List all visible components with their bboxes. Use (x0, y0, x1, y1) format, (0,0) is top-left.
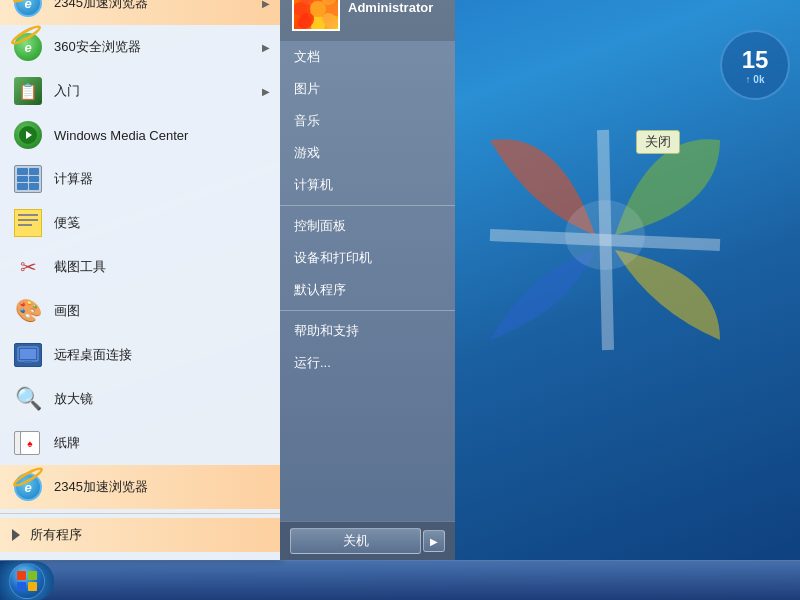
shutdown-arrow-icon: ▶ (430, 536, 438, 547)
start-menu: e 2345加速浏览器 ▶ e 360安全浏览器 ▶ 📋 入门 (0, 0, 455, 560)
menu-label: 远程桌面连接 (54, 346, 132, 364)
svg-rect-19 (28, 571, 37, 580)
scissors-icon: ✂ (12, 251, 44, 283)
arrow-icon: ▶ (262, 86, 270, 97)
wmc-icon (12, 119, 44, 151)
avatar-image (294, 0, 338, 29)
right-item-devices[interactable]: 设备和打印机 (280, 242, 455, 274)
right-item-defaults[interactable]: 默认程序 (280, 274, 455, 306)
svg-rect-7 (24, 361, 32, 363)
right-item-label: 帮助和支持 (294, 323, 359, 338)
menu-item-360browser[interactable]: e 360安全浏览器 ▶ (0, 25, 280, 69)
menu-label: 360安全浏览器 (54, 38, 141, 56)
right-item-docs[interactable]: 文档 (280, 41, 455, 73)
close-tooltip-label: 关闭 (645, 134, 671, 149)
svg-rect-21 (28, 582, 37, 591)
start-orb (9, 563, 45, 599)
username: Administrator (348, 0, 433, 15)
shutdown-button[interactable]: 关机 (290, 528, 421, 554)
menu-item-notepad[interactable]: 便笺 (0, 201, 280, 245)
ie-icon-active: e (12, 471, 44, 503)
right-item-help[interactable]: 帮助和支持 (280, 315, 455, 347)
menu-item-remote[interactable]: 远程桌面连接 (0, 333, 280, 377)
all-programs-label: 所有程序 (30, 526, 82, 544)
user-avatar[interactable] (292, 0, 340, 31)
right-item-label: 游戏 (294, 145, 320, 160)
right-item-pics[interactable]: 图片 (280, 73, 455, 105)
remote-icon (12, 339, 44, 371)
menu-label: Windows Media Center (54, 128, 188, 143)
shutdown-bar: 关机 ▶ (280, 521, 455, 560)
right-item-label: 运行... (294, 355, 331, 370)
svg-line-2 (603, 130, 608, 350)
close-tooltip[interactable]: 关闭 (636, 130, 680, 154)
menu-label: 入门 (54, 82, 80, 100)
right-divider-2 (280, 310, 455, 311)
right-item-label: 音乐 (294, 113, 320, 128)
menu-item-intro[interactable]: 📋 入门 ▶ (0, 69, 280, 113)
right-item-label: 计算机 (294, 177, 333, 192)
left-panel: e 2345加速浏览器 ▶ e 360安全浏览器 ▶ 📋 入门 (0, 0, 280, 560)
menu-label: 便笺 (54, 214, 80, 232)
menu-label: 截图工具 (54, 258, 106, 276)
clock-time: 15 (742, 46, 769, 74)
start-button[interactable] (0, 561, 54, 601)
menu-divider (0, 513, 280, 514)
arrow-icon: ▶ (262, 0, 270, 9)
right-item-label: 默认程序 (294, 282, 346, 297)
menu-label: 2345加速浏览器 (54, 0, 148, 12)
all-programs-button[interactable]: 所有程序 (0, 518, 280, 552)
menu-label: 画图 (54, 302, 80, 320)
menu-label: 2345加速浏览器 (54, 478, 148, 496)
right-item-label: 控制面板 (294, 218, 346, 233)
menu-item-solitaire[interactable]: ♠ 纸牌 (0, 421, 280, 465)
menu-label: 纸牌 (54, 434, 80, 452)
magnifier-icon: 🔍 (12, 383, 44, 415)
notepad-icon (12, 207, 44, 239)
shutdown-arrow-button[interactable]: ▶ (423, 530, 445, 552)
taskbar (0, 560, 800, 600)
right-item-label: 文档 (294, 49, 320, 64)
menu-item-snip[interactable]: ✂ 截图工具 (0, 245, 280, 289)
right-item-label: 图片 (294, 81, 320, 96)
right-item-label: 设备和打印机 (294, 250, 372, 265)
ie-icon: e (12, 0, 44, 19)
triangle-icon (12, 529, 20, 541)
right-item-controlpanel[interactable]: 控制面板 (280, 210, 455, 242)
menu-item-browser2345[interactable]: e 2345加速浏览器 ▶ (0, 0, 280, 25)
right-item-computer[interactable]: 计算机 (280, 169, 455, 201)
user-header: Administrator (280, 0, 455, 41)
paint-icon: 🎨 (12, 295, 44, 327)
menu-item-paint[interactable]: 🎨 画图 (0, 289, 280, 333)
right-divider (280, 205, 455, 206)
right-item-games[interactable]: 游戏 (280, 137, 455, 169)
intro-icon: 📋 (12, 75, 44, 107)
menu-item-magnifier[interactable]: 🔍 放大镜 (0, 377, 280, 421)
svg-rect-18 (17, 571, 26, 580)
right-panel: Administrator 文档 图片 音乐 游戏 计算机 控制面板 设备和打印… (280, 0, 455, 560)
svg-rect-6 (20, 349, 36, 359)
svg-point-17 (310, 1, 326, 17)
menu-item-wmc[interactable]: Windows Media Center (0, 113, 280, 157)
svg-rect-20 (17, 582, 26, 591)
windows-flag-icon (16, 570, 38, 592)
windows-logo (440, 80, 760, 400)
clock-ok: ↑ 0k (746, 74, 765, 85)
arrow-icon: ▶ (262, 42, 270, 53)
calc-icon (12, 163, 44, 195)
menu-item-browser2345-active[interactable]: e 2345加速浏览器 (0, 465, 280, 509)
menu-label: 计算器 (54, 170, 93, 188)
menu-item-calc[interactable]: 计算器 (0, 157, 280, 201)
right-item-run[interactable]: 运行... (280, 347, 455, 379)
360-icon: e (12, 31, 44, 63)
clock-widget: 15 ↑ 0k (720, 30, 790, 100)
menu-label: 放大镜 (54, 390, 93, 408)
cards-icon: ♠ (12, 427, 44, 459)
right-item-music[interactable]: 音乐 (280, 105, 455, 137)
